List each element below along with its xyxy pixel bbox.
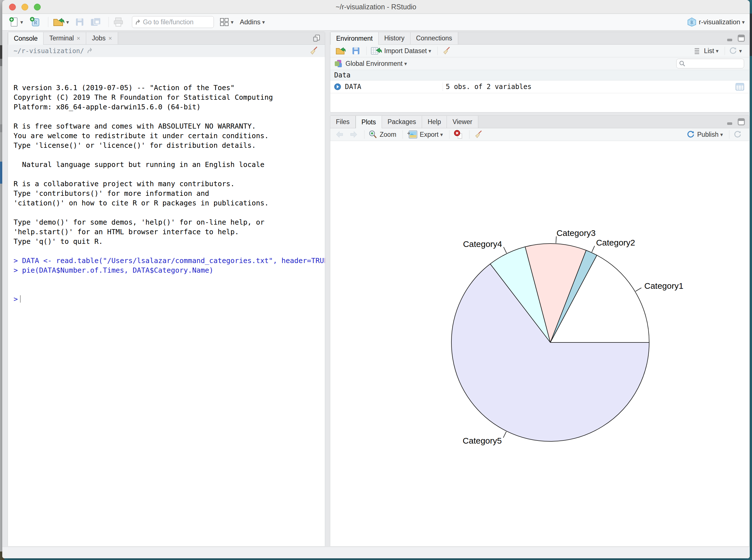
console-line: 'citation()' on how to cite R or R packa… xyxy=(14,198,325,208)
console-location-bar: ~/r-visualization/ xyxy=(8,45,325,57)
save-workspace-button[interactable] xyxy=(350,46,362,56)
zoom-plot-button[interactable]: Zoom xyxy=(367,129,398,140)
tab-files-label: Files xyxy=(336,116,350,128)
environment-tabstrip: Environment History Connections xyxy=(330,32,749,45)
back-arrow-icon xyxy=(335,131,344,138)
goto-directory-icon[interactable] xyxy=(87,47,95,55)
close-jobs-tab-icon[interactable]: × xyxy=(108,32,112,44)
horizontal-pane-splitter[interactable] xyxy=(330,113,749,115)
export-plot-button[interactable]: Export ▾ xyxy=(405,129,445,140)
pie-slice-label: Category3 xyxy=(556,228,595,238)
global-environment-caret-icon: ▾ xyxy=(404,60,407,67)
tab-history[interactable]: History xyxy=(379,32,410,44)
pane-layout-button[interactable]: ▾ xyxy=(218,16,235,28)
pie-slice-label: Category5 xyxy=(463,436,502,445)
tab-environment[interactable]: Environment xyxy=(330,32,379,45)
vertical-pane-splitter[interactable] xyxy=(325,32,330,547)
svg-text:R: R xyxy=(34,20,37,25)
goto-file-input[interactable] xyxy=(142,18,208,26)
tab-plots-label: Plots xyxy=(362,116,376,128)
console-output[interactable]: R version 3.6.1 (2019-07-05) -- "Action … xyxy=(8,57,325,546)
object-summary: 5 obs. of 2 variables xyxy=(446,83,531,91)
save-all-button[interactable] xyxy=(89,16,103,28)
environment-object-row[interactable]: DATA 5 obs. of 2 variables xyxy=(330,81,749,93)
goto-file-field[interactable] xyxy=(132,16,214,28)
refresh-plot-button[interactable] xyxy=(732,130,744,139)
refresh-environment-button[interactable]: ▾ xyxy=(727,46,744,56)
environment-search-box[interactable] xyxy=(676,59,744,68)
project-cube-icon: R xyxy=(687,17,697,27)
tab-plots[interactable]: Plots xyxy=(355,116,382,128)
console-prompt-line: > xyxy=(14,295,325,304)
tab-jobs[interactable]: Jobs × xyxy=(86,32,118,44)
list-view-button[interactable]: List ▾ xyxy=(692,47,720,55)
remove-plot-button[interactable] xyxy=(452,129,465,140)
project-caret-icon: ▾ xyxy=(742,19,745,25)
plots-toolbar: Zoom Export ▾ xyxy=(330,128,749,141)
zoom-plot-label: Zoom xyxy=(380,131,397,138)
tab-environment-label: Environment xyxy=(336,33,372,45)
tab-connections[interactable]: Connections xyxy=(410,32,458,44)
console-line xyxy=(14,208,325,218)
close-terminal-tab-icon[interactable]: × xyxy=(77,32,80,44)
addins-button[interactable]: Addins ▾ xyxy=(238,17,267,27)
search-icon xyxy=(679,60,686,67)
console-line: 'help.start()' for an HTML browser inter… xyxy=(14,227,325,237)
tab-console-label: Console xyxy=(14,33,38,45)
console-line: Platform: x86_64-apple-darwin15.6.0 (64-… xyxy=(14,102,325,112)
pie-slice-label: Category1 xyxy=(644,281,683,291)
import-dataset-button[interactable]: Import Dataset ▾ xyxy=(369,46,433,56)
maximize-pane-icon[interactable] xyxy=(737,34,745,42)
pane-layout-caret-icon: ▾ xyxy=(231,19,233,25)
broom-icon xyxy=(473,130,483,139)
environment-search-input[interactable] xyxy=(686,60,740,67)
console-line: > pie(DATA$Number.of.Times, DATA$Categor… xyxy=(14,265,325,275)
list-icon xyxy=(694,47,702,54)
previous-plot-button[interactable] xyxy=(333,130,345,139)
console-line: Type 'contributors()' for more informati… xyxy=(14,189,325,198)
publish-plot-button[interactable]: Publish ▾ xyxy=(685,130,725,139)
tab-terminal[interactable]: Terminal × xyxy=(43,32,86,44)
new-file-button[interactable]: ▾ xyxy=(7,16,25,28)
text-cursor xyxy=(20,295,21,303)
new-project-button[interactable]: R xyxy=(28,15,42,29)
tab-files[interactable]: Files xyxy=(330,116,355,128)
console-line xyxy=(14,169,325,179)
print-button[interactable] xyxy=(111,16,125,28)
project-selector[interactable]: R r-visualization ▾ xyxy=(687,17,745,27)
next-plot-button[interactable] xyxy=(348,130,360,139)
pie-label-tick xyxy=(503,432,507,438)
import-dataset-icon xyxy=(371,46,382,55)
working-directory: ~/r-visualization/ xyxy=(14,47,84,55)
tab-terminal-label: Terminal xyxy=(49,32,74,44)
load-workspace-button[interactable] xyxy=(333,46,348,56)
plot-display-area: Category1Category2Category3Category4Cate… xyxy=(330,141,749,546)
console-line: You are welcome to redistribute it under… xyxy=(14,131,325,141)
tab-console[interactable]: Console xyxy=(8,32,43,45)
save-icon xyxy=(352,47,360,55)
clear-environment-button[interactable] xyxy=(440,46,452,56)
clear-all-plots-button[interactable] xyxy=(472,129,484,140)
environment-pane: Environment History Connections xyxy=(330,32,749,113)
save-button[interactable] xyxy=(74,16,86,28)
data-section-header: Data xyxy=(330,70,749,81)
global-environment-selector[interactable]: Global Environment xyxy=(345,60,403,67)
pie-label-tick xyxy=(636,288,642,291)
tab-viewer[interactable]: Viewer xyxy=(447,116,478,128)
maximize-console-icon[interactable] xyxy=(312,34,321,42)
minimize-pane-icon[interactable] xyxy=(726,34,734,42)
object-name: DATA xyxy=(345,83,361,91)
console-line: R is a collaborative project with many c… xyxy=(14,179,325,189)
new-file-icon xyxy=(9,17,19,27)
minimize-pane-icon[interactable] xyxy=(726,118,734,126)
open-file-button[interactable]: ▾ xyxy=(51,16,71,28)
expand-object-icon[interactable] xyxy=(333,83,342,91)
clear-console-icon[interactable] xyxy=(308,46,318,56)
console-line xyxy=(14,246,325,256)
tab-help[interactable]: Help xyxy=(422,116,447,128)
import-dataset-label: Import Dataset xyxy=(384,47,427,55)
export-caret-icon: ▾ xyxy=(440,132,443,138)
maximize-pane-icon[interactable] xyxy=(737,118,745,126)
tab-packages[interactable]: Packages xyxy=(382,116,422,128)
view-table-icon[interactable] xyxy=(735,82,745,91)
